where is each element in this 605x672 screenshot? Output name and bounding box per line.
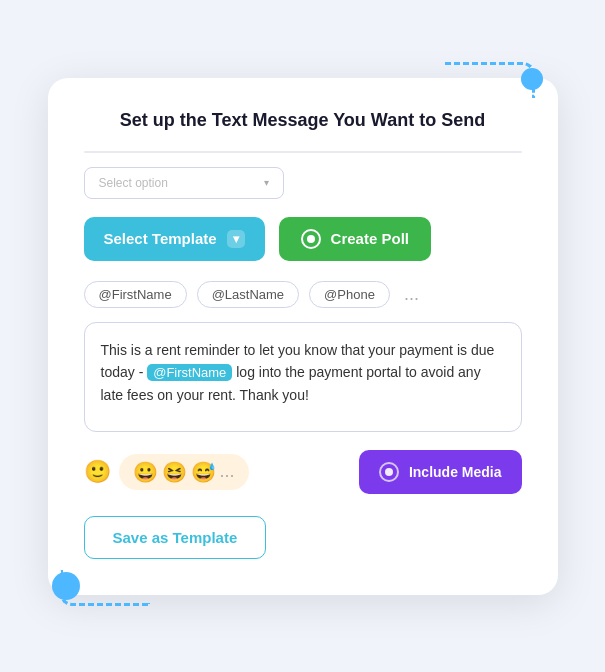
main-card: Set up the Text Message You Want to Send… (48, 78, 558, 595)
select-template-button[interactable]: Select Template ▾ (84, 217, 265, 261)
media-circle-icon (379, 462, 399, 482)
emoji-grin: 😀 (133, 460, 158, 484)
action-button-row: Select Template ▾ Create Poll (84, 217, 522, 261)
tag-row: @FirstName @LastName @Phone ... (84, 281, 522, 308)
emoji-left-group: 🙂 😀 😆 😅 ... (84, 454, 249, 490)
tag-phone[interactable]: @Phone (309, 281, 390, 308)
create-poll-button[interactable]: Create Poll (279, 217, 431, 261)
select-template-label: Select Template (104, 230, 217, 247)
emoji-picker-group[interactable]: 😀 😆 😅 ... (119, 454, 249, 490)
include-media-button[interactable]: Include Media (359, 450, 522, 494)
firstname-highlight: @FirstName (147, 364, 232, 381)
save-as-template-button[interactable]: Save as Template (84, 516, 267, 559)
message-dropdown[interactable]: Select option ▾ (84, 167, 284, 199)
poll-circle-icon (301, 229, 321, 249)
emoji-smiley-icon[interactable]: 🙂 (84, 459, 111, 485)
tag-lastname[interactable]: @LastName (197, 281, 299, 308)
tag-more[interactable]: ... (400, 284, 423, 305)
dropdown-row: Select option ▾ (84, 167, 522, 199)
message-editor[interactable]: This is a rent reminder to let you know … (84, 322, 522, 432)
corner-dot-bottom (52, 572, 80, 600)
dropdown-placeholder: Select option (99, 176, 168, 190)
include-media-label: Include Media (409, 464, 502, 480)
save-template-label: Save as Template (113, 529, 238, 546)
tag-firstname[interactable]: @FirstName (84, 281, 187, 308)
emoji-row: 🙂 😀 😆 😅 ... Include Media (84, 450, 522, 494)
emoji-laugh: 😆 (162, 460, 187, 484)
card-title: Set up the Text Message You Want to Send (84, 110, 522, 131)
emoji-more-icon[interactable]: ... (220, 461, 235, 482)
emoji-sweat-smile: 😅 (191, 460, 216, 484)
corner-dot-top (521, 68, 543, 90)
template-chevron-icon: ▾ (227, 230, 245, 248)
separator (84, 151, 522, 153)
create-poll-label: Create Poll (331, 230, 409, 247)
dropdown-arrow-icon: ▾ (264, 177, 269, 188)
